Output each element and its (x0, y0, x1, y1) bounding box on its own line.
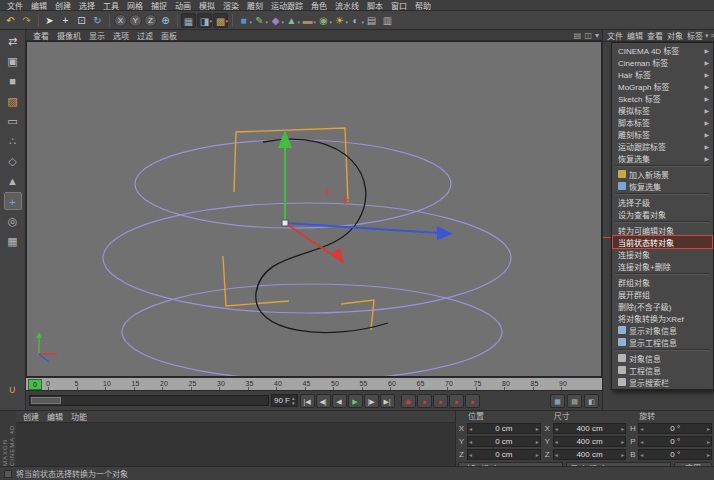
polygons-mode-icon[interactable]: ▲ (4, 172, 22, 190)
rotate-tool-icon[interactable]: ↻ (90, 13, 105, 28)
menu-item[interactable]: 对象信息 (613, 352, 712, 364)
record-rotation-button[interactable]: ● (465, 394, 480, 408)
viewport-corner-icon[interactable]: ▤ (574, 31, 582, 40)
coord-input[interactable]: ◂0 cm▸ (467, 449, 541, 460)
menu-item[interactable]: 脚本标签▶ (613, 116, 712, 128)
model-mode-icon[interactable]: ■ (4, 72, 22, 90)
coord-input[interactable]: ◂0 °▸ (638, 423, 712, 434)
menu-item[interactable]: 将对象转换为XRef (613, 312, 712, 324)
menubar-item[interactable]: 文件 (3, 0, 27, 11)
workplane-lock-icon[interactable]: ▦ (4, 232, 22, 250)
menubar-item[interactable]: 渲染 (219, 0, 243, 11)
deformer-button[interactable]: ▲▾ (284, 13, 299, 28)
menu-item[interactable]: 展开群组 (613, 288, 712, 300)
menu-item[interactable]: 模拟标签▶ (613, 104, 712, 116)
record-scale-button[interactable]: ● (449, 394, 464, 408)
record-keyframe-button[interactable]: ◉ (401, 394, 416, 408)
menu-item[interactable]: Cineman 标签▶ (613, 56, 712, 68)
coord-input[interactable]: ◂0 cm▸ (467, 436, 541, 447)
x-axis-lock-button[interactable]: X (114, 14, 127, 27)
object-manager-menu-item[interactable]: 对象 (665, 30, 685, 41)
primitive-cube-button[interactable]: ■▾ (236, 13, 251, 28)
live-selection-icon[interactable]: ➤ (42, 13, 57, 28)
increment-icon[interactable]: ▸ (620, 425, 625, 432)
menu-item[interactable]: 转为可编辑对象 (613, 224, 712, 236)
increment-icon[interactable]: ▸ (535, 438, 540, 445)
coord-input[interactable]: ◂400 cm▸ (553, 423, 627, 434)
prev-key-button[interactable]: ◀| (316, 394, 331, 408)
menubar-item[interactable]: 捕捉 (147, 0, 171, 11)
menubar-item[interactable]: 工具 (99, 0, 123, 11)
viewport-menu-item[interactable]: 面板 (157, 30, 181, 41)
viewport-menu-item[interactable]: 过滤 (133, 30, 157, 41)
object-axis-icon[interactable]: + (4, 192, 22, 210)
menu-item[interactable]: 加入新场景 (613, 168, 712, 180)
menu-item[interactable]: Hair 标签▶ (613, 68, 712, 80)
workplane-mode-icon[interactable]: ▭ (4, 112, 22, 130)
next-key-button[interactable]: |▶ (364, 394, 379, 408)
generator-button[interactable]: ◆▾ (268, 13, 283, 28)
menu-item[interactable]: CINEMA 4D 标签▶ (613, 44, 712, 56)
increment-icon[interactable]: ▸ (535, 425, 540, 432)
material-list-area[interactable] (16, 423, 455, 466)
snap-magnet-icon[interactable]: ∪ (4, 380, 22, 398)
points-mode-icon[interactable]: ∴ (4, 132, 22, 150)
menu-item[interactable]: 雕刻标签▶ (613, 128, 712, 140)
object-manager-menu-item[interactable]: 标签 (685, 30, 705, 41)
menu-item[interactable]: 工程信息 (613, 364, 712, 376)
increment-icon[interactable]: ▸ (706, 451, 711, 458)
coordinate-system-button[interactable]: ⊕ (158, 13, 173, 28)
goto-end-button[interactable]: ▶| (380, 394, 395, 408)
make-editable-icon[interactable]: ▣ (4, 52, 22, 70)
prev-frame-button[interactable]: ◀ (332, 394, 347, 408)
viewport-menu-item[interactable]: 选项 (109, 30, 133, 41)
material-manager-menu-item[interactable]: 创建 (19, 411, 43, 422)
spline-pen-button[interactable]: ✎▾ (252, 13, 267, 28)
increment-icon[interactable]: ▸ (706, 425, 711, 432)
object-manager-menu-item[interactable]: 文件 (605, 30, 625, 41)
motion-mode-icon[interactable]: ◧ (584, 394, 599, 408)
menu-item-current-state-to-object[interactable]: 当前状态转对象 (613, 236, 712, 248)
menu-item[interactable]: MoGraph 标签▶ (613, 80, 712, 92)
floor-button[interactable]: ▬▾ (300, 13, 315, 28)
coord-input[interactable]: ◂0 °▸ (638, 436, 712, 447)
camera-button[interactable]: ◉▾ (316, 13, 331, 28)
display-mode-button[interactable]: ▤ (364, 13, 379, 28)
menubar-item[interactable]: 选择 (75, 0, 99, 11)
coord-input[interactable]: ◂400 cm▸ (553, 436, 627, 447)
menubar-item[interactable]: 帮助 (411, 0, 435, 11)
increment-icon[interactable]: ▸ (535, 451, 540, 458)
timeline-mode-icon[interactable]: ▦ (550, 394, 565, 408)
coord-input[interactable]: ◂400 cm▸ (553, 449, 627, 460)
menubar-item[interactable]: 角色 (307, 0, 331, 11)
panel-corner-icon[interactable]: ▾ (705, 32, 709, 40)
record-position-button[interactable]: ● (433, 394, 448, 408)
convert-object-icon[interactable]: ⇄ (4, 32, 22, 50)
fcurve-mode-icon[interactable]: ▤ (567, 394, 582, 408)
menu-item[interactable]: 运动跟踪标签▶ (613, 140, 712, 152)
edges-mode-icon[interactable]: ◇ (4, 152, 22, 170)
viewport-solo-icon[interactable]: ◎ (4, 212, 22, 230)
move-tool-icon[interactable]: + (58, 13, 73, 28)
viewport-corner-icon[interactable]: ▾ (595, 31, 599, 40)
menu-item[interactable]: 显示对象信息 (613, 324, 712, 336)
light-button[interactable]: ☀▾ (332, 13, 347, 28)
increment-icon[interactable]: ▸ (706, 438, 711, 445)
timeline-playhead[interactable]: 0 (28, 379, 42, 390)
scale-tool-icon[interactable]: ⊡ (74, 13, 89, 28)
increment-icon[interactable]: ▸ (620, 451, 625, 458)
menu-item[interactable]: 恢复选集 (613, 180, 712, 192)
viewport-menu-item[interactable]: 摄像机 (53, 30, 85, 41)
menu-item[interactable]: 设为查看对象 (613, 208, 712, 220)
menubar-item[interactable]: 脚本 (363, 0, 387, 11)
material-manager-menu-item[interactable]: 功能 (67, 411, 91, 422)
menu-item[interactable]: 连接对象+删除 (613, 260, 712, 272)
menubar-item[interactable]: 流水线 (331, 0, 363, 11)
viewport-canvas[interactable] (26, 41, 602, 377)
timeline-range-slider[interactable] (29, 395, 269, 406)
menubar-item[interactable]: 动画 (171, 0, 195, 11)
timeline-ruler[interactable]: 051015202530354045505560657075808590 0 (26, 377, 602, 391)
menu-item[interactable]: Sketch 标签▶ (613, 92, 712, 104)
z-axis-lock-button[interactable]: Z (144, 14, 157, 27)
display-filter-button[interactable]: ▥ (380, 13, 395, 28)
